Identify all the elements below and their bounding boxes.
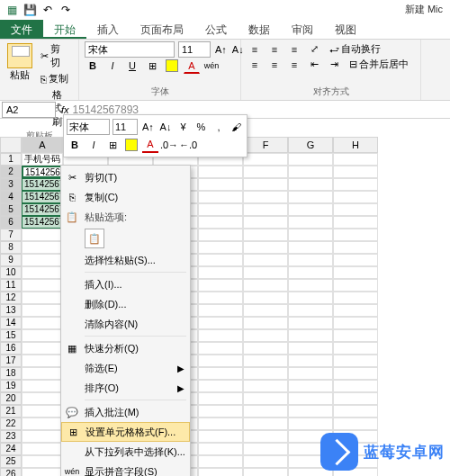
cell[interactable]	[22, 342, 63, 355]
tab-home[interactable]: 开始	[43, 20, 86, 39]
cell[interactable]	[333, 153, 378, 166]
row-header[interactable]: 4	[0, 191, 22, 203]
cell[interactable]	[198, 430, 243, 443]
cell[interactable]	[243, 355, 288, 367]
cell[interactable]	[198, 380, 243, 392]
cell[interactable]	[22, 380, 63, 392]
cell[interactable]	[333, 191, 378, 203]
cell[interactable]	[333, 304, 378, 317]
cell[interactable]	[22, 367, 63, 380]
cell[interactable]	[22, 329, 63, 342]
cell[interactable]	[333, 266, 378, 279]
redo-icon[interactable]: ↷	[58, 2, 74, 18]
cell[interactable]	[198, 279, 243, 292]
cell[interactable]	[198, 443, 243, 455]
cell[interactable]	[22, 443, 63, 455]
cell[interactable]	[333, 241, 378, 254]
cell[interactable]	[198, 367, 243, 380]
row-header[interactable]: 12	[0, 292, 22, 304]
row-header[interactable]: 9	[0, 254, 22, 266]
cell[interactable]	[288, 392, 333, 405]
row-header[interactable]: 2	[0, 166, 22, 178]
cell[interactable]	[288, 241, 333, 254]
cell[interactable]	[333, 178, 378, 191]
cell[interactable]	[22, 468, 63, 476]
col-header-G[interactable]: G	[288, 137, 333, 153]
cell[interactable]	[333, 203, 378, 216]
align-center-icon[interactable]: ≡	[266, 58, 283, 72]
row-header[interactable]: 17	[0, 355, 22, 367]
tab-review[interactable]: 审阅	[281, 20, 324, 39]
fill-color-button[interactable]	[164, 58, 180, 74]
tab-data[interactable]: 数据	[238, 20, 281, 39]
cell[interactable]	[243, 203, 288, 216]
cell[interactable]	[333, 292, 378, 304]
cell[interactable]	[243, 229, 288, 241]
cell[interactable]	[198, 241, 243, 254]
align-right-icon[interactable]: ≡	[286, 58, 302, 72]
cm-clear[interactable]: 清除内容(N)	[61, 314, 190, 334]
col-header-A[interactable]: A	[22, 137, 63, 153]
cell[interactable]	[198, 418, 243, 430]
cell[interactable]	[243, 241, 288, 254]
cell[interactable]	[288, 229, 333, 241]
row-header[interactable]: 8	[0, 241, 22, 254]
cm-insert[interactable]: 插入(I)...	[61, 274, 190, 294]
undo-icon[interactable]: ↶	[40, 2, 56, 18]
cell[interactable]	[198, 392, 243, 405]
mini-format-painter-icon[interactable]: 🖌	[229, 119, 244, 135]
cell[interactable]	[22, 392, 63, 405]
cell[interactable]	[22, 405, 63, 418]
cm-format-cells[interactable]: ⊞ 设置单元格格式(F)...	[61, 422, 190, 442]
tab-insert[interactable]: 插入	[86, 20, 130, 39]
cell[interactable]	[198, 317, 243, 329]
cell[interactable]	[243, 430, 288, 443]
tab-page-layout[interactable]: 页面布局	[130, 20, 194, 39]
cell[interactable]	[288, 166, 333, 178]
cell[interactable]	[22, 317, 63, 329]
tab-view[interactable]: 视图	[324, 20, 367, 39]
cell[interactable]	[198, 342, 243, 355]
cell[interactable]	[198, 329, 243, 342]
cell[interactable]: 15142567894	[22, 178, 63, 191]
cell[interactable]	[288, 153, 333, 166]
mini-italic-button[interactable]: I	[86, 137, 102, 153]
cell[interactable]	[198, 203, 243, 216]
cell[interactable]	[243, 468, 288, 476]
cell[interactable]	[288, 405, 333, 418]
cell[interactable]	[243, 392, 288, 405]
cut-button[interactable]: ✂剪切	[37, 41, 73, 70]
underline-button[interactable]: U	[124, 58, 140, 74]
cell[interactable]	[198, 405, 243, 418]
cm-paste-special[interactable]: 选择性粘贴(S)...	[61, 250, 190, 270]
cell[interactable]	[243, 329, 288, 342]
cell[interactable]	[22, 266, 63, 279]
row-header[interactable]: 19	[0, 380, 22, 392]
row-header[interactable]: 18	[0, 367, 22, 380]
mini-size-select[interactable]	[112, 119, 138, 135]
cell[interactable]	[333, 418, 378, 430]
cell[interactable]	[288, 279, 333, 292]
cell[interactable]	[288, 329, 333, 342]
cell[interactable]	[333, 317, 378, 329]
row-header[interactable]: 23	[0, 430, 22, 443]
cell[interactable]	[22, 304, 63, 317]
mini-dec-decimal-icon[interactable]: ←.0	[180, 137, 196, 153]
cm-dropdown-select[interactable]: 从下拉列表中选择(K)...	[61, 442, 190, 462]
col-header-F[interactable]: F	[243, 137, 288, 153]
cm-filter[interactable]: 筛选(E) ▶	[61, 358, 190, 378]
cm-show-phonetic[interactable]: wén 显示拼音字段(S)	[61, 462, 190, 476]
row-header[interactable]: 15	[0, 329, 22, 342]
cell[interactable]	[333, 342, 378, 355]
border-button[interactable]: ⊞	[144, 58, 160, 74]
save-icon[interactable]: 💾	[22, 2, 38, 18]
fx-icon[interactable]: fx	[61, 104, 69, 115]
cell[interactable]	[333, 254, 378, 266]
mini-decrease-font-icon[interactable]: A↓	[158, 119, 174, 135]
font-size-select[interactable]	[178, 41, 211, 58]
row-header[interactable]: 24	[0, 443, 22, 455]
cell[interactable]	[288, 266, 333, 279]
cell[interactable]	[198, 468, 243, 476]
cell[interactable]	[288, 367, 333, 380]
italic-button[interactable]: I	[104, 58, 121, 74]
